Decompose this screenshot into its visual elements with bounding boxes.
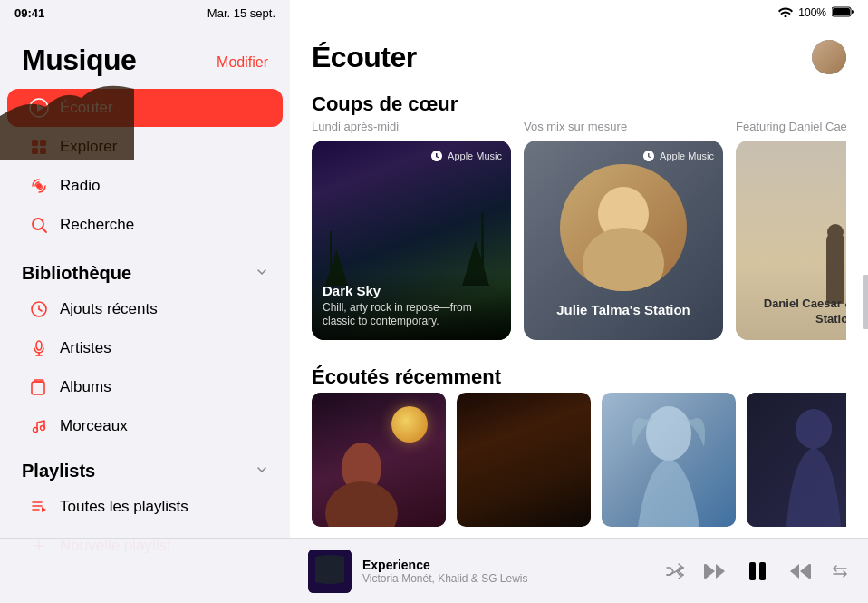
- dark-sky-overlay: Dark Sky Chill, arty rock in repose—from…: [312, 272, 511, 340]
- julie-card[interactable]: Apple Music Julie Talma's Station: [524, 141, 723, 340]
- main-content: Écouter Coups de cœur Lundi après-midi: [290, 25, 868, 603]
- now-playing-artist: Victoria Monét, Khalid & SG Lewis: [362, 572, 654, 585]
- bibliotheque-nav: Ajouts récents Artistes: [0, 290, 290, 445]
- sidebar-item-artistes[interactable]: Artistes: [7, 329, 283, 367]
- svg-marker-33: [716, 564, 725, 579]
- svg-point-8: [36, 183, 42, 189]
- sidebar-item-albums[interactable]: Albums: [7, 368, 283, 406]
- sidebar-item-all-playlists-label: Toutes les playlists: [60, 498, 188, 516]
- sidebar-item-radio[interactable]: Radio: [7, 167, 283, 205]
- battery-icon: [832, 6, 854, 20]
- svg-rect-18: [34, 380, 43, 382]
- recent-album-4[interactable]: [747, 393, 846, 527]
- daniel-sublabel: Featuring Daniel Caesar: [736, 120, 846, 133]
- sidebar-item-morceaux[interactable]: Morceaux: [7, 407, 283, 445]
- page-title: Écouter: [312, 41, 417, 74]
- sidebar-item-recherche[interactable]: Recherche: [7, 206, 283, 244]
- album-icon: [29, 377, 49, 397]
- svg-marker-38: [790, 564, 799, 579]
- status-time: 09:41: [14, 6, 44, 20]
- recent-album-1[interactable]: [312, 393, 446, 527]
- rewind-button[interactable]: [703, 561, 727, 581]
- recent-albums-row: [312, 393, 846, 527]
- status-bar-right: 100%: [290, 0, 868, 25]
- play-pause-button[interactable]: [745, 559, 770, 584]
- repeat-button[interactable]: [830, 561, 850, 581]
- wifi-icon: [778, 6, 793, 20]
- julie-sublabel: Vos mix sur mesure: [524, 120, 723, 133]
- recent-section: Écoutés récemment: [312, 365, 846, 527]
- status-date: Mar. 15 sept.: [207, 6, 275, 20]
- svg-point-28: [325, 481, 398, 527]
- daniel-label: Daniel Caesar & Similar A Station: [743, 297, 846, 327]
- svg-rect-35: [749, 562, 756, 580]
- svg-marker-24: [42, 507, 46, 512]
- clock-icon: [29, 299, 49, 319]
- home-indicator: [863, 275, 868, 329]
- now-playing-thumbnail: [308, 550, 352, 593]
- fast-forward-button[interactable]: [788, 561, 812, 581]
- svg-marker-37: [800, 564, 809, 579]
- playback-controls: [665, 559, 850, 584]
- featured-cards-row: Lundi après-midi: [312, 120, 846, 340]
- dark-sky-card-wrapper: Lundi après-midi: [312, 120, 511, 340]
- radio-icon: [29, 176, 49, 196]
- dark-sky-sublabel: Lundi après-midi: [312, 120, 511, 133]
- daniel-card[interactable]: Daniel Caesar & Similar A Station: [736, 141, 846, 340]
- svg-rect-34: [704, 564, 707, 579]
- sidebar-item-ajouts-label: Ajouts récents: [60, 300, 158, 318]
- coups-de-coeur-title: Coups de cœur: [312, 92, 846, 116]
- svg-marker-32: [706, 564, 715, 579]
- apple-music-badge-1: Apple Music: [430, 150, 502, 162]
- dark-sky-title: Dark Sky: [323, 283, 500, 298]
- bibliotheque-chevron[interactable]: [256, 266, 268, 281]
- bibliotheque-title: Bibliothèque: [22, 263, 131, 284]
- now-playing-info: Experience Victoria Monét, Khalid & SG L…: [362, 558, 654, 585]
- svg-point-26: [583, 228, 664, 291]
- svg-point-14: [36, 341, 42, 350]
- modify-button[interactable]: Modifier: [217, 44, 268, 71]
- battery-label: 100%: [798, 6, 826, 19]
- sidebar-item-all-playlists[interactable]: Toutes les playlists: [7, 488, 283, 526]
- main-header: Écouter: [312, 40, 846, 74]
- svg-rect-17: [32, 382, 44, 394]
- status-bar-left: 09:41 Mar. 15 sept.: [0, 0, 290, 25]
- now-playing-title: Experience: [362, 558, 654, 572]
- svg-point-29: [646, 406, 691, 461]
- sidebar-item-artistes-label: Artistes: [60, 339, 111, 357]
- shuffle-button[interactable]: [665, 561, 685, 581]
- search-icon: [29, 215, 49, 235]
- avatar[interactable]: [812, 40, 846, 74]
- dark-sky-subtitle: Chill, arty rock in repose—from classic …: [323, 301, 500, 329]
- sidebar-item-morceaux-label: Morceaux: [60, 417, 128, 435]
- dark-sky-card[interactable]: Apple Music Dark Sky Chill, arty rock in…: [312, 141, 511, 340]
- now-playing-bar[interactable]: Experience Victoria Monét, Khalid & SG L…: [290, 538, 868, 603]
- playlists-chevron[interactable]: [256, 463, 268, 479]
- note-icon: [29, 416, 49, 436]
- svg-rect-36: [759, 562, 766, 580]
- avatar-image: [812, 40, 846, 74]
- mic-icon: [29, 338, 49, 358]
- sidebar-bottom-bar: [0, 538, 290, 603]
- svg-line-10: [43, 229, 47, 233]
- apple-music-badge-2: Apple Music: [642, 150, 714, 162]
- recent-album-3[interactable]: [602, 393, 736, 527]
- playlists-title: Playlists: [22, 461, 95, 481]
- sidebar-item-ajouts[interactable]: Ajouts récents: [7, 290, 283, 328]
- sidebar-item-radio-label: Radio: [60, 177, 100, 195]
- sidebar-item-albums-label: Albums: [60, 378, 111, 396]
- julie-card-wrapper: Vos mix sur mesure Apple Music: [524, 120, 723, 340]
- recent-album-2[interactable]: [457, 393, 591, 527]
- recent-title: Écoutés récemment: [312, 365, 846, 389]
- playlist-icon: [29, 497, 49, 517]
- coups-de-coeur-section: Coups de cœur Lundi après-midi: [312, 92, 846, 340]
- sidebar-item-recherche-label: Recherche: [60, 216, 134, 234]
- svg-line-13: [39, 309, 42, 311]
- daniel-card-wrapper: Featuring Daniel Caesar Daniel Caesar & …: [736, 120, 846, 340]
- julie-station-label: Julie Talma's Station: [545, 302, 701, 317]
- svg-rect-39: [809, 564, 812, 579]
- app-container: Musique Modifier Écouter: [0, 25, 868, 603]
- bibliotheque-header: Bibliothèque: [0, 248, 290, 289]
- playlists-header: Playlists: [0, 446, 290, 487]
- svg-rect-1: [833, 8, 850, 15]
